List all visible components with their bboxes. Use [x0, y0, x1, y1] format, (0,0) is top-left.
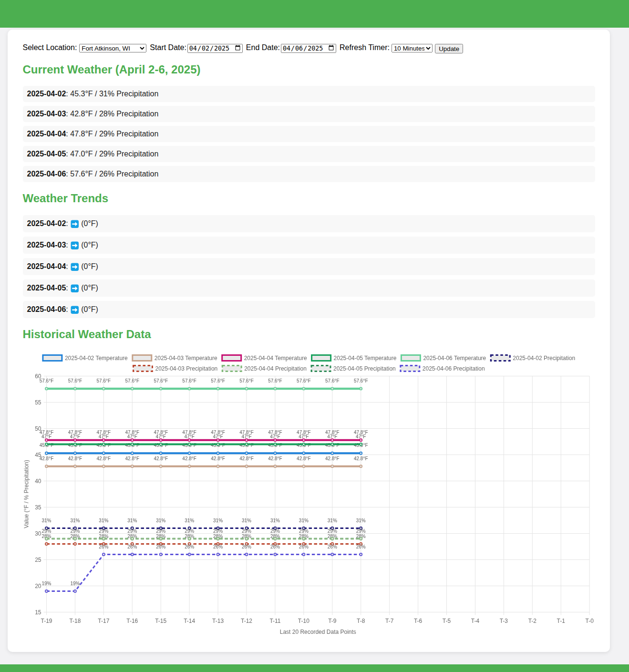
svg-text:T-2: T-2: [528, 618, 536, 624]
svg-text:47°F: 47°F: [184, 434, 194, 439]
svg-text:29%: 29%: [99, 528, 108, 533]
svg-text:31%: 31%: [185, 517, 194, 523]
svg-text:57.6°F: 57.6°F: [297, 378, 311, 383]
svg-text:26%: 26%: [213, 544, 223, 549]
svg-text:26%: 26%: [99, 544, 108, 549]
svg-text:26%: 26%: [356, 544, 365, 549]
svg-text:26%: 26%: [127, 544, 137, 549]
svg-text:47°F: 47°F: [356, 434, 366, 439]
svg-text:26%: 26%: [327, 544, 337, 549]
svg-text:2025-04-06 Temperature: 2025-04-06 Temperature: [423, 354, 486, 361]
svg-text:29%: 29%: [242, 528, 251, 533]
svg-text:57.6°F: 57.6°F: [125, 378, 139, 383]
svg-text:47°F: 47°F: [327, 434, 337, 439]
svg-text:Last 20 Recorded Data Points: Last 20 Recorded Data Points: [279, 629, 356, 635]
svg-text:47°F: 47°F: [127, 434, 137, 439]
svg-text:T-10: T-10: [298, 618, 309, 624]
svg-text:29%: 29%: [356, 528, 365, 533]
svg-text:29%: 29%: [127, 528, 137, 533]
svg-text:T-18: T-18: [69, 618, 81, 624]
svg-text:26%: 26%: [156, 544, 165, 549]
svg-text:42.8°F: 42.8°F: [96, 455, 111, 461]
svg-text:29%: 29%: [70, 528, 80, 533]
svg-text:T-12: T-12: [241, 618, 252, 624]
svg-text:47°F: 47°F: [41, 434, 51, 439]
svg-text:31%: 31%: [41, 517, 51, 523]
svg-text:2025-04-04 Precipitation: 2025-04-04 Precipitation: [244, 365, 307, 372]
svg-text:42.8°F: 42.8°F: [68, 455, 82, 461]
svg-text:42.8°F: 42.8°F: [182, 455, 196, 461]
svg-text:T-15: T-15: [155, 618, 166, 624]
svg-text:29%: 29%: [185, 528, 194, 533]
svg-text:47°F: 47°F: [299, 434, 309, 439]
svg-text:2025-04-05 Precipitation: 2025-04-05 Precipitation: [333, 365, 396, 372]
svg-text:2025-04-03 Temperature: 2025-04-03 Temperature: [154, 354, 217, 361]
svg-text:31%: 31%: [156, 517, 165, 523]
svg-text:31%: 31%: [99, 517, 108, 523]
svg-text:42.8°F: 42.8°F: [297, 455, 311, 461]
svg-text:26%: 26%: [270, 544, 279, 549]
svg-text:15: 15: [35, 609, 41, 615]
svg-text:29%: 29%: [270, 528, 279, 533]
svg-text:T-11: T-11: [269, 618, 280, 624]
svg-text:19%: 19%: [70, 580, 80, 586]
svg-text:57.6°F: 57.6°F: [68, 378, 82, 383]
svg-text:47°F: 47°F: [241, 434, 251, 439]
svg-text:31%: 31%: [242, 517, 251, 523]
svg-text:2025-04-05 Temperature: 2025-04-05 Temperature: [333, 354, 396, 361]
svg-text:31%: 31%: [70, 517, 80, 523]
svg-text:57.6°F: 57.6°F: [239, 378, 254, 383]
svg-text:47°F: 47°F: [155, 434, 165, 439]
svg-text:T-4: T-4: [471, 618, 479, 624]
svg-text:29%: 29%: [41, 528, 51, 533]
svg-text:2025-04-06 Precipitation: 2025-04-06 Precipitation: [422, 365, 485, 372]
svg-text:19%: 19%: [41, 580, 51, 586]
svg-text:T-13: T-13: [212, 618, 224, 624]
svg-text:T-3: T-3: [499, 618, 508, 624]
svg-text:T-5: T-5: [442, 618, 451, 624]
svg-text:31%: 31%: [327, 517, 337, 523]
svg-text:42.8°F: 42.8°F: [353, 455, 368, 461]
svg-text:42.8°F: 42.8°F: [154, 455, 168, 461]
svg-text:31%: 31%: [270, 517, 279, 523]
svg-text:42.8°F: 42.8°F: [268, 455, 282, 461]
svg-text:40: 40: [35, 477, 41, 484]
svg-text:57.6°F: 57.6°F: [268, 378, 282, 383]
svg-text:2025-04-02 Precipitation: 2025-04-02 Precipitation: [513, 354, 575, 361]
svg-text:42.8°F: 42.8°F: [125, 455, 139, 461]
svg-text:31%: 31%: [127, 517, 137, 523]
svg-text:2025-04-04 Temperature: 2025-04-04 Temperature: [244, 354, 307, 361]
svg-text:47°F: 47°F: [270, 434, 280, 439]
svg-text:20: 20: [35, 582, 41, 589]
svg-text:57.6°F: 57.6°F: [211, 378, 225, 383]
svg-text:42.8°F: 42.8°F: [239, 455, 254, 461]
svg-text:57.6°F: 57.6°F: [39, 378, 53, 383]
svg-text:26%: 26%: [299, 544, 308, 549]
svg-text:2025-04-02 Temperature: 2025-04-02 Temperature: [64, 354, 127, 361]
svg-text:T-16: T-16: [126, 618, 138, 624]
svg-text:T-8: T-8: [357, 618, 365, 624]
svg-text:26%: 26%: [185, 544, 194, 549]
svg-text:T-14: T-14: [184, 618, 195, 624]
svg-text:55: 55: [35, 399, 41, 405]
svg-text:T-17: T-17: [98, 618, 109, 624]
svg-text:57.6°F: 57.6°F: [353, 378, 368, 383]
svg-text:26%: 26%: [242, 544, 251, 549]
svg-text:T-1: T-1: [557, 618, 565, 624]
svg-text:57.6°F: 57.6°F: [325, 378, 340, 383]
svg-text:25: 25: [35, 556, 41, 563]
svg-text:T-6: T-6: [413, 618, 422, 624]
svg-text:57.6°F: 57.6°F: [96, 378, 111, 383]
svg-text:2025-04-03 Precipitation: 2025-04-03 Precipitation: [155, 365, 217, 372]
svg-text:47°F: 47°F: [70, 434, 80, 439]
svg-text:31%: 31%: [356, 517, 365, 523]
svg-text:Value (°F / % Precipitation): Value (°F / % Precipitation): [23, 460, 30, 528]
svg-text:57.6°F: 57.6°F: [154, 378, 168, 383]
svg-text:47°F: 47°F: [98, 434, 108, 439]
svg-text:T-7: T-7: [385, 618, 393, 624]
svg-text:30: 30: [35, 530, 41, 537]
svg-text:31%: 31%: [213, 517, 223, 523]
svg-text:42.8°F: 42.8°F: [211, 455, 225, 461]
svg-text:T-9: T-9: [328, 618, 337, 624]
svg-text:42.8°F: 42.8°F: [325, 455, 340, 461]
